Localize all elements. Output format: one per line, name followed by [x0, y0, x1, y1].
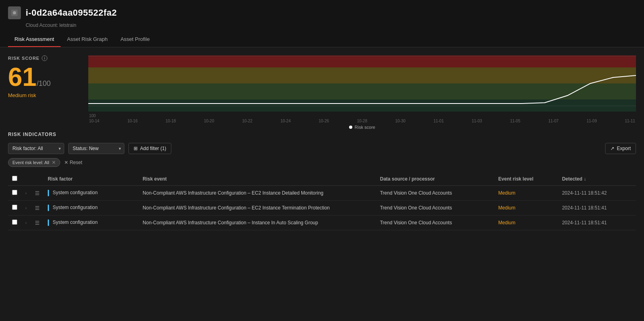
tab-risk-assessment[interactable]: Risk Assessment — [8, 32, 61, 47]
risk-bar — [48, 205, 49, 211]
risk-event-cell: Non-Compliant AWS Infrastructure Configu… — [139, 201, 376, 215]
row-checkbox-cell — [8, 186, 21, 201]
data-source-cell: Trend Vision One Cloud Accounts — [376, 201, 494, 215]
row-checkbox[interactable] — [12, 219, 17, 225]
row-doc-cell: ☰ — [31, 186, 44, 201]
table-header: Risk factor Risk event Data source / pro… — [8, 173, 636, 186]
data-source-cell: Trend Vision One Cloud Accounts — [376, 186, 494, 201]
table-row: › ☰ System configuration Non-Compliant A… — [8, 186, 636, 201]
filters-row: Risk factor: All Status: New ⊞ Add filte… — [8, 143, 636, 154]
select-all-checkbox[interactable] — [12, 176, 17, 181]
risk-score-label: RISK SCORE i — [8, 55, 80, 61]
reset-label: Reset — [70, 160, 82, 165]
risk-score-left: RISK SCORE i 61/100 Medium risk — [8, 55, 80, 98]
row-doc-cell: ☰ — [31, 201, 44, 215]
risk-score-value: 61 — [8, 63, 37, 91]
filter-tag-remove[interactable]: ✕ — [52, 160, 56, 165]
event-risk-level-cell: Medium — [494, 186, 558, 201]
risk-bar — [48, 219, 49, 226]
risk-event-cell: Non-Compliant AWS Infrastructure Configu… — [139, 186, 376, 201]
row-expand-cell: › — [21, 201, 31, 215]
add-filter-button[interactable]: ⊞ Add filter (1) — [128, 143, 171, 154]
th-expand — [21, 173, 31, 186]
chart-x-labels: 10-14 10-16 10-18 10-20 10-22 10-24 10-2… — [88, 119, 636, 123]
svg-rect-3 — [88, 67, 636, 83]
th-event-risk-level: Event risk level — [494, 173, 558, 186]
status-filter-wrapper: Status: New — [68, 143, 124, 154]
risk-score-chart: 100 10-14 10-16 10-18 10-20 10-22 10-24 … — [88, 55, 636, 120]
chart-legend: Risk score — [88, 125, 636, 130]
th-detected[interactable]: Detected ↓ — [558, 173, 636, 186]
risk-level: Medium risk — [8, 92, 80, 98]
svg-rect-4 — [88, 83, 636, 100]
status-filter[interactable]: Status: New — [68, 143, 124, 154]
table-body: › ☰ System configuration Non-Compliant A… — [8, 186, 636, 230]
risk-factor-cell: System configuration — [44, 201, 139, 215]
risk-bar — [48, 190, 49, 196]
active-filters-row: Event risk level: All ✕ ✕ Reset — [8, 158, 636, 167]
th-risk-event: Risk event — [139, 173, 376, 186]
table-row: › ☰ System configuration Non-Compliant A… — [8, 201, 636, 215]
chart-svg — [88, 55, 636, 112]
tab-asset-risk-graph[interactable]: Asset Risk Graph — [61, 32, 114, 47]
risk-indicators-table: Risk factor Risk event Data source / pro… — [8, 173, 636, 230]
chart-y-max: 100 — [89, 114, 96, 118]
cloud-account-label: Cloud Account: letstrain — [26, 22, 636, 28]
row-checkbox-cell — [8, 215, 21, 230]
risk-score-info-icon[interactable]: i — [42, 55, 47, 61]
header-top: i-0d2a64aa095522fa2 — [8, 6, 636, 19]
tab-bar: Risk Assessment Asset Risk Graph Asset P… — [8, 32, 636, 47]
export-button[interactable]: ↗ Export — [605, 143, 636, 154]
risk-factor-filter-wrapper: Risk factor: All — [8, 143, 64, 154]
risk-factor-cell: System configuration — [44, 186, 139, 201]
expand-icon[interactable]: › — [25, 191, 26, 195]
risk-factor-cell: System configuration — [44, 215, 139, 230]
filter-tag-label: Event risk level: All — [12, 160, 49, 165]
tab-asset-profile[interactable]: Asset Profile — [114, 32, 156, 47]
risk-indicators-section: RISK INDICATORS Risk factor: All Status:… — [8, 132, 636, 230]
detected-cell: 2024-11-11 18:51:42 — [558, 186, 636, 201]
reset-button[interactable]: ✕ Reset — [64, 160, 82, 165]
row-checkbox-cell — [8, 201, 21, 215]
th-data-source: Data source / processor — [376, 173, 494, 186]
expand-icon[interactable]: › — [25, 206, 26, 210]
risk-score-display: 61/100 — [8, 64, 80, 90]
event-risk-level-cell: Medium — [494, 215, 558, 230]
svg-rect-5 — [88, 100, 636, 112]
instance-icon — [8, 6, 21, 19]
svg-rect-2 — [88, 55, 636, 67]
row-doc-cell: ☰ — [31, 215, 44, 230]
th-checkbox — [8, 173, 21, 186]
doc-icon: ☰ — [35, 205, 40, 211]
table-row: › ☰ System configuration Non-Compliant A… — [8, 215, 636, 230]
doc-icon: ☰ — [35, 190, 40, 196]
row-expand-cell: › — [21, 215, 31, 230]
instance-id: i-0d2a64aa095522fa2 — [26, 8, 117, 18]
app-header: i-0d2a64aa095522fa2 Cloud Account: letst… — [0, 0, 644, 47]
export-icon: ↗ — [610, 146, 614, 151]
doc-icon: ☰ — [35, 220, 40, 226]
detected-cell: 2024-11-11 18:51:41 — [558, 201, 636, 215]
detected-cell: 2024-11-11 18:51:41 — [558, 215, 636, 230]
th-icon — [31, 173, 44, 186]
legend-dot — [349, 126, 352, 129]
row-checkbox[interactable] — [12, 190, 17, 195]
expand-icon[interactable]: › — [25, 221, 26, 225]
row-expand-cell: › — [21, 186, 31, 201]
main-content: RISK SCORE i 61/100 Medium risk — [0, 47, 644, 238]
add-filter-label: Add filter (1) — [140, 146, 166, 151]
svg-point-1 — [13, 11, 16, 14]
risk-score-max: /100 — [37, 79, 51, 87]
filter-icon: ⊞ — [134, 146, 138, 151]
row-checkbox[interactable] — [12, 205, 17, 210]
data-source-cell: Trend Vision One Cloud Accounts — [376, 215, 494, 230]
legend-label: Risk score — [355, 125, 375, 130]
th-risk-factor: Risk factor — [44, 173, 139, 186]
export-label: Export — [617, 146, 631, 151]
risk-factor-filter[interactable]: Risk factor: All — [8, 143, 64, 154]
risk-event-cell: Non-Compliant AWS Infrastructure Configu… — [139, 215, 376, 230]
risk-score-section: RISK SCORE i 61/100 Medium risk — [8, 55, 636, 120]
event-risk-level-cell: Medium — [494, 201, 558, 215]
event-risk-level-filter-tag: Event risk level: All ✕ — [8, 158, 60, 167]
table-header-row: Risk factor Risk event Data source / pro… — [8, 173, 636, 186]
